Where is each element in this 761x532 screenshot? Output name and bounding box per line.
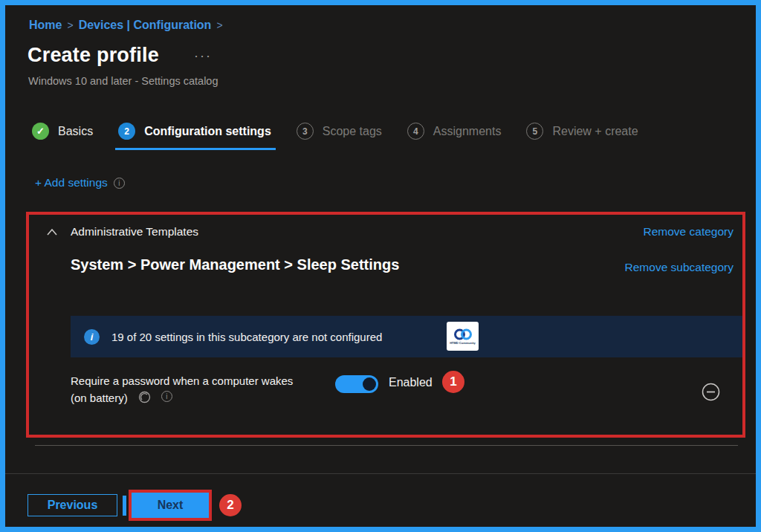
setting-row: Require a password when a computer wakes… bbox=[71, 372, 736, 409]
dual-ring-icon[interactable] bbox=[138, 391, 151, 408]
create-profile-window: Home>Devices | Configuration> Create pro… bbox=[0, 0, 761, 532]
htmd-community-logo: HTMD Community bbox=[447, 322, 479, 351]
tab-label: Review + create bbox=[552, 125, 638, 138]
setting-label: Require a password when a computer wakes… bbox=[71, 372, 294, 409]
setting-meta-icons: i bbox=[138, 391, 172, 408]
breadcrumb-devices-configuration-link[interactable]: Devices | Configuration bbox=[79, 19, 212, 31]
footer-divider bbox=[5, 473, 756, 474]
subcategory-title: System > Power Management > Sleep Settin… bbox=[71, 256, 399, 273]
info-icon: i bbox=[84, 329, 100, 345]
next-button[interactable]: Next bbox=[132, 493, 209, 518]
tab-review-create[interactable]: 5 Review + create bbox=[526, 123, 638, 150]
add-settings-label: + Add settings bbox=[35, 176, 108, 189]
annotation-badge-1: 1 bbox=[442, 371, 464, 393]
wizard-steps: ✓ Basics 2 Configuration settings 3 Scop… bbox=[32, 123, 638, 150]
toggle-state-label: Enabled bbox=[389, 376, 433, 389]
toggle-knob bbox=[363, 377, 376, 391]
breadcrumb: Home>Devices | Configuration> bbox=[29, 19, 228, 32]
chevron-up-icon[interactable] bbox=[47, 229, 57, 236]
tab-scope-tags[interactable]: 3 Scope tags bbox=[297, 123, 382, 150]
tab-label: Assignments bbox=[433, 125, 502, 138]
tab-label: Scope tags bbox=[323, 125, 382, 138]
info-icon[interactable]: i bbox=[161, 391, 172, 402]
breadcrumb-home-link[interactable]: Home bbox=[29, 19, 62, 31]
step-number-icon: 5 bbox=[526, 123, 543, 140]
tab-label: Configuration settings bbox=[144, 125, 271, 138]
page-title: Create profile bbox=[27, 44, 159, 67]
tab-basics[interactable]: ✓ Basics bbox=[32, 123, 93, 150]
content-divider bbox=[35, 445, 738, 446]
category-header: Administrative Templates bbox=[47, 225, 198, 239]
tab-configuration-settings[interactable]: 2 Configuration settings bbox=[118, 123, 271, 150]
remove-setting-icon[interactable] bbox=[702, 383, 720, 401]
step-number-icon: 3 bbox=[297, 123, 314, 140]
tab-label: Basics bbox=[58, 125, 93, 138]
previous-button[interactable]: Previous bbox=[27, 494, 117, 516]
step-number-icon: 2 bbox=[118, 123, 135, 140]
next-button-area: Next bbox=[123, 490, 216, 521]
category-name: Administrative Templates bbox=[71, 225, 198, 239]
check-icon: ✓ bbox=[32, 123, 49, 140]
next-button-edge bbox=[123, 496, 126, 516]
page-subtitle: Windows 10 and later - Settings catalog bbox=[28, 75, 218, 87]
chevron-right-icon: > bbox=[67, 19, 73, 31]
chevron-right-icon: > bbox=[216, 19, 222, 31]
category-annotation-box: Administrative Templates Remove category… bbox=[26, 212, 745, 438]
logo-caption: HTMD Community bbox=[450, 342, 476, 345]
more-options-icon[interactable]: ··· bbox=[194, 48, 212, 64]
info-banner: i 19 of 20 settings in this subcategory … bbox=[71, 316, 742, 357]
info-banner-text: 19 of 20 settings in this subcategory ar… bbox=[111, 331, 382, 343]
remove-subcategory-link[interactable]: Remove subcategory bbox=[625, 261, 734, 274]
step-number-icon: 4 bbox=[407, 123, 424, 140]
annotation-badge-2: 2 bbox=[219, 494, 242, 516]
remove-category-link[interactable]: Remove category bbox=[644, 225, 734, 239]
info-icon[interactable]: i bbox=[114, 178, 125, 189]
tab-assignments[interactable]: 4 Assignments bbox=[407, 123, 502, 150]
add-settings-link[interactable]: + Add settings i bbox=[35, 176, 125, 189]
next-annotation-box: Next bbox=[129, 490, 212, 521]
setting-toggle[interactable] bbox=[335, 375, 378, 393]
